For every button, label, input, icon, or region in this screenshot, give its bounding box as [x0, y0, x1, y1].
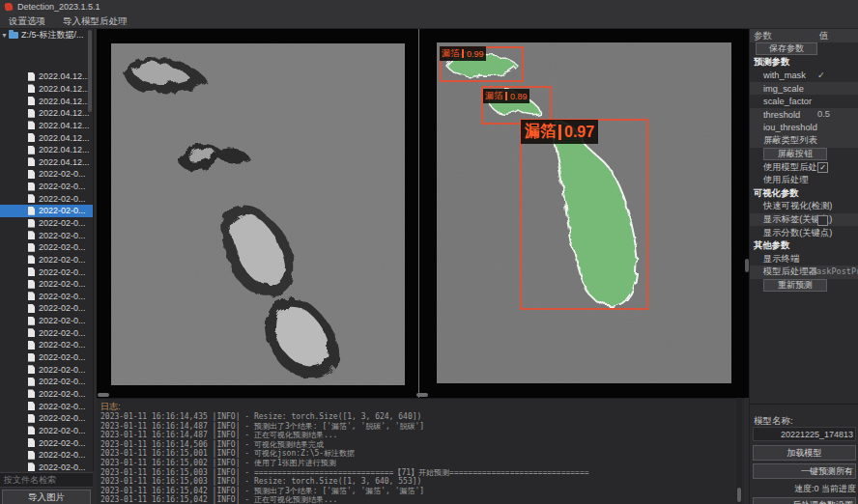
- param-row[interactable]: 显示终端: [750, 253, 858, 266]
- tree-item-label: 2022-02-0...: [39, 255, 86, 265]
- tree-item[interactable]: 2022.04.12...: [0, 120, 93, 132]
- tree-root-label: Z:/5-标注数据/...: [21, 29, 84, 42]
- tree-item[interactable]: 2022-02-0...: [0, 291, 93, 303]
- file-icon: [28, 109, 35, 118]
- tree-item[interactable]: 2022-02-0...: [0, 266, 93, 278]
- param-button[interactable]: 保存参数: [756, 42, 817, 55]
- tree-item[interactable]: 2022.04.12...: [0, 70, 93, 83]
- tree-item[interactable]: 2022.04.12...: [0, 95, 93, 107]
- tree-item[interactable]: 2022-02-0...: [0, 363, 93, 376]
- right-hscroll-thumb[interactable]: [416, 393, 428, 397]
- tree-item-label: 2022.04.12...: [39, 133, 90, 143]
- param-value[interactable]: [817, 215, 828, 226]
- tree-root-node[interactable]: ▼ Z:/5-标注数据/...: [0, 29, 93, 42]
- left-hscroll-thumb[interactable]: [98, 393, 109, 397]
- tree-item[interactable]: 2022-02-0...: [0, 278, 93, 291]
- file-icon: [28, 207, 35, 215]
- param-row[interactable]: 屏蔽类型列表: [750, 134, 858, 148]
- param-value[interactable]: ✓: [817, 70, 825, 80]
- param-button[interactable]: 屏蔽按钮: [763, 148, 827, 160]
- param-row[interactable]: 快速可视化(检测): [750, 200, 858, 213]
- param-row[interactable]: scale_factor: [750, 95, 858, 108]
- menu-item-import-postproc[interactable]: 导入模型后处理: [54, 14, 136, 28]
- tree-item[interactable]: 2022-02-0...: [0, 462, 93, 472]
- param-label: scale_factor: [763, 97, 812, 106]
- tree-item[interactable]: 2022-02-0...: [0, 388, 93, 401]
- viewer-splitter[interactable]: [418, 29, 419, 398]
- tree-item[interactable]: 2022-02-0...: [0, 205, 93, 217]
- param-button[interactable]: 重新预测: [763, 279, 827, 292]
- tree-item[interactable]: 2022-02-0...: [0, 436, 93, 449]
- tree-item[interactable]: 2022-02-0...: [0, 217, 93, 230]
- tree-item[interactable]: 2022.04.12...: [0, 83, 93, 96]
- param-label: 显示终端: [763, 253, 799, 266]
- param-value[interactable]: ✓: [817, 162, 828, 173]
- tree-item[interactable]: 2022-02-0...: [0, 168, 93, 181]
- tree-item-label: 2022-02-0...: [39, 450, 86, 460]
- param-row[interactable]: 保存参数: [750, 42, 858, 56]
- param-row[interactable]: 可视化参数: [750, 187, 858, 201]
- tree-item[interactable]: 2022-02-0...: [0, 241, 93, 254]
- param-label: threshold: [763, 110, 800, 120]
- tree-item[interactable]: 2022-02-0...: [0, 351, 93, 364]
- filename-search-input[interactable]: 按文件名检索: [0, 472, 93, 488]
- label-divider: [558, 125, 561, 140]
- param-row[interactable]: 其他参数: [750, 239, 858, 253]
- model-name-field[interactable]: 20221225_174813: [753, 427, 856, 441]
- tree-item[interactable]: 2022-02-0...: [0, 326, 93, 339]
- tree-item-label: 2022-02-0...: [39, 352, 86, 362]
- tree-item-label: 2022-02-0...: [39, 206, 86, 215]
- param-row[interactable]: iou_threshold: [750, 122, 858, 135]
- tree-item[interactable]: 2022-02-0...: [0, 192, 93, 205]
- tree-item[interactable]: 2022.04.12...: [0, 131, 93, 144]
- param-row[interactable]: 显示标签(关键点): [750, 213, 858, 227]
- param-row[interactable]: 显示分数(关键点): [750, 226, 858, 239]
- app-logo-icon: [4, 2, 13, 11]
- tree-item[interactable]: 2022-02-0...: [0, 302, 93, 315]
- menu-item-settings[interactable]: 设置选项: [0, 14, 54, 28]
- tree-item[interactable]: 2022-02-0...: [0, 425, 93, 437]
- param-label: 预测参数: [754, 56, 789, 69]
- tree-scrollbar-thumb[interactable]: [88, 30, 92, 112]
- detection-label: 漏箔 0.97: [521, 120, 598, 144]
- param-row[interactable]: threshold 0.5: [750, 108, 858, 122]
- param-value[interactable]: 0.5: [817, 109, 830, 119]
- param-row[interactable]: img_scale: [750, 82, 858, 96]
- log-line: 2023-01-11 16:16:15,042 |INFO| - 正在可视化预测…: [100, 495, 734, 504]
- tree-item[interactable]: 2022-02-0...: [0, 412, 93, 425]
- tree-item[interactable]: 2022-02-0...: [0, 181, 93, 193]
- tree-item-label: 2022-02-0...: [39, 413, 86, 423]
- tree-item[interactable]: 2022.04.12...: [0, 144, 93, 156]
- tree-item[interactable]: 2022-02-0...: [0, 229, 93, 241]
- expander-arrow-icon[interactable]: ▼: [0, 32, 9, 39]
- param-row[interactable]: 模型后处理器 MaskPostPro: [750, 266, 858, 279]
- param-row[interactable]: 使用模型后处理 ✓: [750, 160, 858, 174]
- param-row[interactable]: with_mask ✓: [750, 69, 858, 82]
- tree-item[interactable]: 2022-02-0...: [0, 400, 93, 412]
- param-value[interactable]: MaskPostPro: [812, 266, 858, 276]
- import-images-button[interactable]: 导入图片: [2, 490, 91, 504]
- param-row[interactable]: 使用后处理: [750, 174, 858, 187]
- param-row[interactable]: 重新预测: [750, 279, 858, 293]
- predict-all-button[interactable]: 一键预测所有: [753, 463, 856, 479]
- tree-item[interactable]: 2022-02-0...: [0, 376, 93, 388]
- param-row[interactable]: 预测参数: [750, 56, 858, 70]
- param-row[interactable]: 屏蔽按钮: [750, 148, 858, 161]
- param-label: 快速可视化(检测): [763, 200, 832, 212]
- log-output[interactable]: 2023-01-11 16:16:14,435 |INFO| - Resize:…: [100, 412, 734, 504]
- file-icon: [28, 72, 35, 81]
- tree-item[interactable]: 2022-02-0...: [0, 254, 93, 266]
- log-line: 2023-01-11 16:16:15,003 |INFO| - =======…: [100, 468, 734, 478]
- tree-item[interactable]: 2022-02-0...: [0, 449, 93, 462]
- postproc-settings-button[interactable]: 后处理参数设置: [753, 497, 856, 504]
- detection-class: 漏箔: [525, 122, 556, 142]
- tree-item[interactable]: 2022-02-0...: [0, 339, 93, 351]
- tree-item[interactable]: 2022.04.12...: [0, 107, 93, 120]
- tree-item-label: 2022-02-0...: [39, 438, 86, 448]
- tree-item[interactable]: 2022-02-0...: [0, 315, 93, 327]
- load-model-button[interactable]: 加载模型: [753, 445, 856, 461]
- tree-item[interactable]: 2022.04.12...: [0, 155, 93, 168]
- original-image[interactable]: [111, 43, 405, 385]
- param-label: 可视化参数: [754, 187, 798, 200]
- log-scrollbar-thumb[interactable]: [737, 488, 741, 502]
